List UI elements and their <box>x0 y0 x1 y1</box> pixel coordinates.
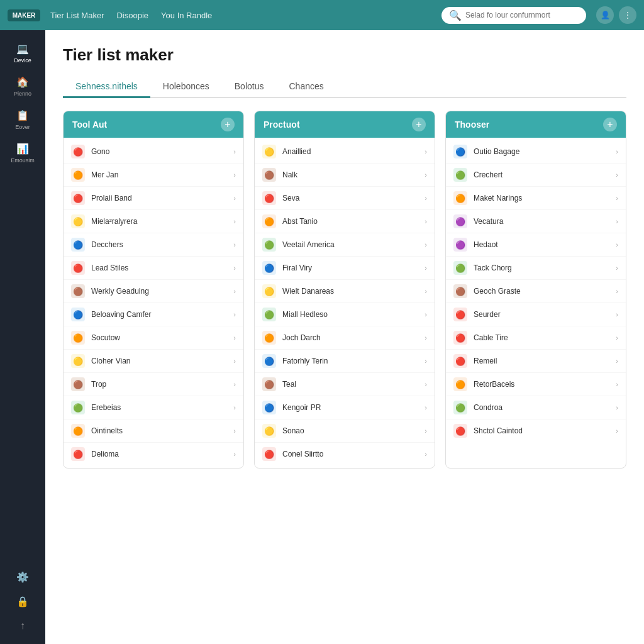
item-arrow-icon: › <box>616 357 618 365</box>
list-item[interactable]: 🔵Kengoir PR› <box>255 396 435 419</box>
list-item[interactable]: 🟡Sonao› <box>255 419 435 443</box>
item-arrow-icon: › <box>233 171 236 179</box>
item-arrow-icon: › <box>425 171 427 179</box>
item-label: Outio Bagage <box>474 147 609 156</box>
list-item[interactable]: 🟣Hedaot› <box>446 233 626 257</box>
item-arrow-icon: › <box>233 218 236 225</box>
item-icon: 🟤 <box>262 377 276 391</box>
list-item[interactable]: 🟡Cloher Vian› <box>64 350 243 373</box>
nav-item-2[interactable]: Disoopie <box>116 11 148 20</box>
tab-bolotus[interactable]: Bolotus <box>222 76 277 98</box>
more-options-button[interactable]: ⋮ <box>619 6 636 24</box>
column-proctuot: Proctuot + 🟡Anaillied›🟤Nalk›🔴Seva›🟠Abst … <box>254 111 435 469</box>
list-item[interactable]: 🔴Delioma› <box>64 443 243 465</box>
list-item[interactable]: 🟠RetorBaceis› <box>446 373 626 396</box>
sidebar-item-chart[interactable]: 📊 Emousim <box>4 138 42 169</box>
list-item[interactable]: 🔴Remeil› <box>446 350 626 373</box>
item-label: Beloaving Camfer <box>91 310 227 319</box>
list-item[interactable]: 🔴Prolaii Band› <box>64 187 243 210</box>
nav-item-3[interactable]: You In Randle <box>161 11 212 20</box>
item-arrow-icon: › <box>233 311 236 318</box>
list-item[interactable]: 🟢Condroa› <box>446 396 626 419</box>
list-item[interactable]: 🟢Veetail America› <box>255 233 435 257</box>
list-item[interactable]: 🟠Ointinelts› <box>64 419 243 443</box>
item-label: Lead Stiles <box>91 264 227 272</box>
user-avatar[interactable]: 👤 <box>596 6 614 24</box>
add-button-col3[interactable]: + <box>603 118 617 131</box>
list-item[interactable]: 🟠Mer Jan› <box>64 164 243 187</box>
item-label: Cloher Vian <box>91 357 227 365</box>
nav-item-1[interactable]: Tier List Maker <box>50 11 104 20</box>
tab-sehness[interactable]: Sehness.nithels <box>63 76 150 98</box>
clipboard-icon: 📋 <box>16 109 29 121</box>
list-item[interactable]: 🟠Maket Narings› <box>446 187 626 210</box>
topbar: MAKER Tier List Maker Disoopie You In Ra… <box>0 0 644 30</box>
list-item[interactable]: 🟢Erebeias› <box>64 396 243 419</box>
item-arrow-icon: › <box>233 334 236 341</box>
list-item[interactable]: 🟡Miela²ralyrera› <box>64 210 243 233</box>
sidebar-label-home: Pienno <box>14 91 31 97</box>
list-item[interactable]: 🔴Seva› <box>255 187 435 210</box>
list-item[interactable]: 🔴Seurder› <box>446 303 626 326</box>
tab-holebonces[interactable]: Holebonces <box>150 76 222 98</box>
device-icon: 💻 <box>16 43 29 55</box>
list-item[interactable]: 🔵Firal Viry› <box>255 257 435 280</box>
list-item[interactable]: 🟣Vecatura› <box>446 210 626 233</box>
item-icon: 🔴 <box>71 447 85 461</box>
settings-icon: ⚙️ <box>16 571 29 583</box>
item-label: Nalk <box>282 170 418 179</box>
sidebar-item-upload[interactable]: ↑ <box>4 615 42 636</box>
sidebar-item-clipboard[interactable]: 📋 Eover <box>4 104 42 135</box>
list-item[interactable]: 🟤Trop› <box>64 373 243 396</box>
list-item[interactable]: 🟡Wielt Danareas› <box>255 280 435 303</box>
sidebar-item-device[interactable]: 💻 Device <box>4 38 42 69</box>
search-input[interactable] <box>465 11 579 19</box>
item-icon: 🟠 <box>262 331 276 345</box>
list-item[interactable]: 🟤Geoch Graste› <box>446 280 626 303</box>
item-label: Socutow <box>91 333 227 342</box>
item-label: Geoch Graste <box>474 287 609 296</box>
search-bar[interactable]: 🔍 <box>441 7 586 24</box>
sidebar-item-settings[interactable]: ⚙️ <box>4 566 42 588</box>
list-item[interactable]: 🔵Outio Bagage› <box>446 140 626 164</box>
item-arrow-icon: › <box>233 148 236 155</box>
item-icon: 🟠 <box>71 424 85 438</box>
list-item[interactable]: 🟤Teal› <box>255 373 435 396</box>
list-item[interactable]: 🔴Gono› <box>64 140 243 164</box>
item-label: RetorBaceis <box>474 380 609 389</box>
item-arrow-icon: › <box>616 287 618 295</box>
list-item[interactable]: 🟠Joch Darch› <box>255 326 435 350</box>
item-arrow-icon: › <box>233 241 236 248</box>
list-item[interactable]: 🟤Nalk› <box>255 164 435 187</box>
item-arrow-icon: › <box>425 404 427 411</box>
item-arrow-icon: › <box>616 404 618 411</box>
list-item[interactable]: 🔵Beloaving Camfer› <box>64 303 243 326</box>
list-item[interactable]: 🔴Shctol Caintod› <box>446 419 626 442</box>
item-icon: 🔵 <box>262 354 276 368</box>
sidebar-item-lock[interactable]: 🔒 <box>4 591 42 613</box>
item-icon: 🔴 <box>262 447 276 461</box>
list-item[interactable]: 🟢Miall Hedleso› <box>255 303 435 326</box>
column-items-2: 🟡Anaillied›🟤Nalk›🔴Seva›🟠Abst Tanio›🟢Veet… <box>255 138 435 468</box>
list-item[interactable]: 🟠Socutow› <box>64 326 243 350</box>
main-layout: 💻 Device 🏠 Pienno 📋 Eover 📊 Emousim ⚙️ 🔒… <box>0 30 644 644</box>
item-arrow-icon: › <box>616 334 618 341</box>
item-label: Prolaii Band <box>91 194 227 203</box>
tab-chances[interactable]: Chances <box>276 76 336 98</box>
list-item[interactable]: 🟢Crechert› <box>446 164 626 187</box>
list-item[interactable]: 🟠Abst Tanio› <box>255 210 435 233</box>
sidebar-item-home[interactable]: 🏠 Pienno <box>4 71 42 102</box>
list-item[interactable]: 🟤Werkly Geaduing› <box>64 280 243 303</box>
list-item[interactable]: 🔴Conel Siirtto› <box>255 443 435 465</box>
list-item[interactable]: 🟢Tack Chorg› <box>446 257 626 280</box>
item-arrow-icon: › <box>616 171 618 179</box>
item-icon: 🟠 <box>453 191 467 205</box>
list-item[interactable]: 🔵Fatorhly Terin› <box>255 350 435 373</box>
list-item[interactable]: 🟡Anaillied› <box>255 140 435 164</box>
item-label: Mer Jan <box>91 170 227 179</box>
list-item[interactable]: 🔵Decchers› <box>64 233 243 257</box>
add-button-col2[interactable]: + <box>412 118 426 131</box>
list-item[interactable]: 🔴Lead Stiles› <box>64 257 243 280</box>
add-button-col1[interactable]: + <box>221 118 235 131</box>
list-item[interactable]: 🔴Cable Tire› <box>446 326 626 350</box>
